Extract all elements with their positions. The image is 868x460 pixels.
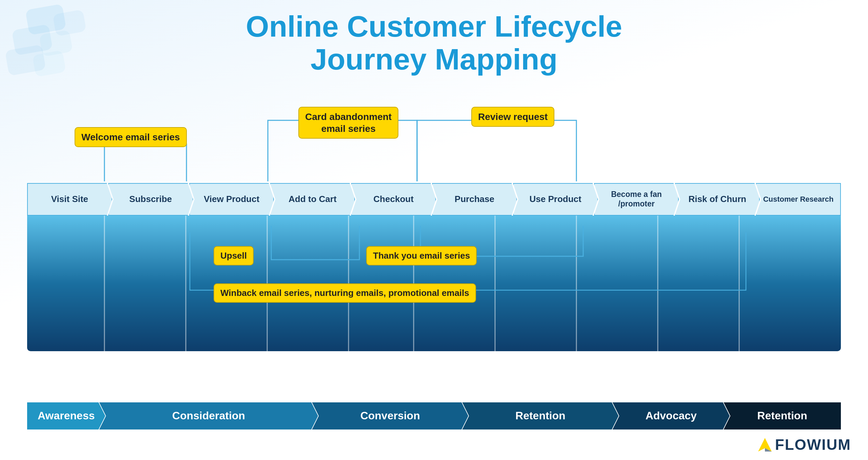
phase-advocacy: Advocacy bbox=[612, 402, 730, 429]
flowium-logo: FLOWIUM bbox=[758, 436, 851, 453]
stage-tab-label-customer-research: Customer Research bbox=[759, 195, 838, 204]
phase-advocacy-label: Advocacy bbox=[646, 410, 697, 422]
phase-awareness-label: Awareness bbox=[38, 410, 95, 422]
stage-tab-label-risk-of-churn: Risk of Churn bbox=[685, 194, 750, 204]
stage-tabs: Visit Site Subscribe View Product Add to… bbox=[27, 183, 841, 216]
title-line1: Online Customer Lifecycle bbox=[0, 10, 868, 43]
stage-tab-label-view-product: View Product bbox=[200, 194, 263, 204]
phase-retention-label: Retention bbox=[515, 410, 566, 422]
phases-bar: Awareness Consideration Conversion Reten… bbox=[27, 402, 841, 429]
stage-tab-subscribe: Subscribe bbox=[108, 183, 193, 216]
stage-tab-add-to-cart: Add to Cart bbox=[270, 183, 355, 216]
title-line2: Journey Mapping bbox=[0, 43, 868, 76]
stage-tab-become-fan: Become a fan /promoter bbox=[594, 183, 679, 216]
phase-conversion: Conversion bbox=[312, 402, 468, 429]
stage-tab-checkout: Checkout bbox=[351, 183, 436, 216]
stage-tab-label-use-product: Use Product bbox=[526, 194, 586, 204]
phase-awareness: Awareness bbox=[27, 402, 105, 429]
phase-conversion-label: Conversion bbox=[360, 410, 420, 422]
stage-tab-label-checkout: Checkout bbox=[369, 194, 417, 204]
flowium-brand-name: FLOWIUM bbox=[775, 436, 851, 453]
stage-tab-label-become-fan: Become a fan /promoter bbox=[595, 190, 678, 208]
flow-area: Visit Site Subscribe View Product Add to… bbox=[27, 183, 841, 359]
flowium-logo-icon bbox=[758, 438, 772, 452]
phase-retention2-label: Retention bbox=[757, 410, 807, 422]
stage-tab-customer-research: Customer Research bbox=[756, 183, 841, 216]
stage-tab-view-product: View Product bbox=[189, 183, 274, 216]
stage-tab-use-product: Use Product bbox=[513, 183, 598, 216]
phase-consideration-label: Consideration bbox=[172, 410, 245, 422]
flow-background bbox=[27, 216, 841, 351]
phase-retention2: Retention bbox=[724, 402, 841, 429]
stage-tab-label-visit-site: Visit Site bbox=[47, 194, 92, 204]
flow-connectors-svg bbox=[27, 216, 841, 351]
stage-tab-label-subscribe: Subscribe bbox=[125, 194, 176, 204]
stage-tab-label-add-to-cart: Add to Cart bbox=[284, 194, 341, 204]
phase-consideration: Consideration bbox=[99, 402, 318, 429]
stage-tab-label-purchase: Purchase bbox=[451, 194, 498, 204]
stage-tab-purchase: Purchase bbox=[432, 183, 517, 216]
stage-tab-visit-site: Visit Site bbox=[27, 183, 112, 216]
phase-retention: Retention bbox=[462, 402, 618, 429]
stage-tab-risk-of-churn: Risk of Churn bbox=[675, 183, 760, 216]
title-block: Online Customer Lifecycle Journey Mappin… bbox=[0, 10, 868, 76]
